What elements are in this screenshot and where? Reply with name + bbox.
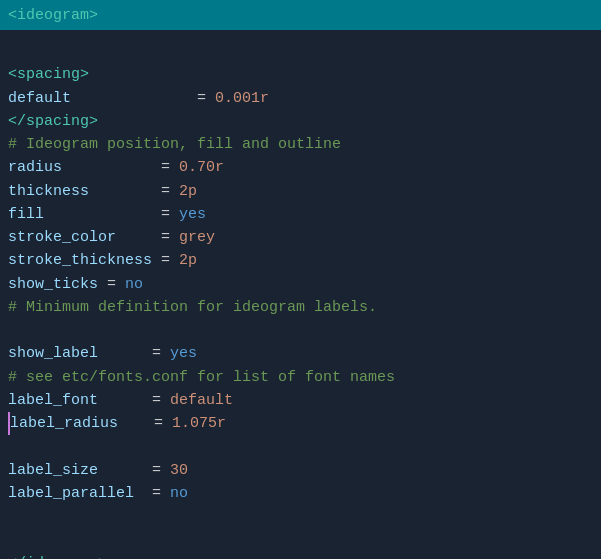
value-text: 0.70r xyxy=(179,156,224,179)
key-text: label_radius xyxy=(10,412,118,435)
blank-line xyxy=(8,40,593,63)
blank-line xyxy=(8,435,593,458)
code-line: <spacing> xyxy=(8,63,593,86)
key-text: label_size xyxy=(8,459,98,482)
equals-text: = xyxy=(197,87,215,110)
comment-text: # Minimum definition for ideogram labels… xyxy=(8,296,377,319)
value-text: 0.001r xyxy=(215,87,269,110)
padding-text xyxy=(98,342,152,365)
equals-text: = xyxy=(152,389,170,412)
padding-text xyxy=(98,389,152,412)
code-line: # see etc/fonts.conf for list of font na… xyxy=(8,366,593,389)
value-text: 1.075r xyxy=(172,412,226,435)
padding-text xyxy=(44,203,161,226)
value-text: 30 xyxy=(170,459,188,482)
key-text: stroke_color xyxy=(8,226,116,249)
padding-text xyxy=(116,226,161,249)
padding-text xyxy=(98,459,152,482)
equals-text: = xyxy=(154,412,172,435)
code-line: </ideogram> xyxy=(8,552,593,560)
code-line: show_ticks = no xyxy=(8,273,593,296)
key-text: show_label xyxy=(8,342,98,365)
equals-text: = xyxy=(152,249,179,272)
code-line: label_font = default xyxy=(8,389,593,412)
comment-text: # see etc/fonts.conf for list of font na… xyxy=(8,366,395,389)
equals-text: = xyxy=(161,180,179,203)
code-line: show_label = yes xyxy=(8,342,593,365)
code-line: label_radius = 1.075r xyxy=(8,412,593,435)
equals-text: = xyxy=(161,226,179,249)
code-line: # Ideogram position, fill and outline xyxy=(8,133,593,156)
padding-text xyxy=(118,412,154,435)
blank-line xyxy=(8,528,593,551)
tag-text: </ideogram> xyxy=(8,552,107,560)
key-text: radius xyxy=(8,156,62,179)
blank-line xyxy=(8,505,593,528)
equals-text: = xyxy=(161,203,179,226)
padding-text xyxy=(89,180,161,203)
title-bar: <ideogram> xyxy=(0,0,601,30)
value-text: 2p xyxy=(179,249,197,272)
code-line: fill = yes xyxy=(8,203,593,226)
code-line: </spacing> xyxy=(8,110,593,133)
code-line: label_size = 30 xyxy=(8,459,593,482)
value-text: default xyxy=(170,389,233,412)
value-text: no xyxy=(170,482,188,505)
code-line: stroke_thickness = 2p xyxy=(8,249,593,272)
value-text: yes xyxy=(179,203,206,226)
code-area: <spacing>default = 0.001r</spacing># Ide… xyxy=(0,30,601,559)
value-text: no xyxy=(125,273,143,296)
key-text: stroke_thickness xyxy=(8,249,152,272)
key-text: fill xyxy=(8,203,44,226)
padding-text xyxy=(62,156,161,179)
code-line: radius = 0.70r xyxy=(8,156,593,179)
key-text: thickness xyxy=(8,180,89,203)
code-line: label_parallel = no xyxy=(8,482,593,505)
code-line: default = 0.001r xyxy=(8,87,593,110)
code-line: stroke_color = grey xyxy=(8,226,593,249)
padding-text xyxy=(71,87,197,110)
key-text: label_parallel xyxy=(8,482,134,505)
title-text: <ideogram> xyxy=(8,7,98,24)
equals-text: = xyxy=(98,273,125,296)
equals-text: = xyxy=(152,342,170,365)
key-text: default xyxy=(8,87,71,110)
tag-text: <spacing> xyxy=(8,63,89,86)
value-text: yes xyxy=(170,342,197,365)
code-line: # Minimum definition for ideogram labels… xyxy=(8,296,593,319)
tag-text: </spacing> xyxy=(8,110,98,133)
equals-text: = xyxy=(152,459,170,482)
value-text: 2p xyxy=(179,180,197,203)
equals-text: = xyxy=(161,156,179,179)
code-line: thickness = 2p xyxy=(8,180,593,203)
blank-line xyxy=(8,319,593,342)
value-text: grey xyxy=(179,226,215,249)
key-text: label_font xyxy=(8,389,98,412)
equals-text: = xyxy=(152,482,170,505)
padding-text xyxy=(134,482,152,505)
key-text: show_ticks xyxy=(8,273,98,296)
comment-text: # Ideogram position, fill and outline xyxy=(8,133,341,156)
